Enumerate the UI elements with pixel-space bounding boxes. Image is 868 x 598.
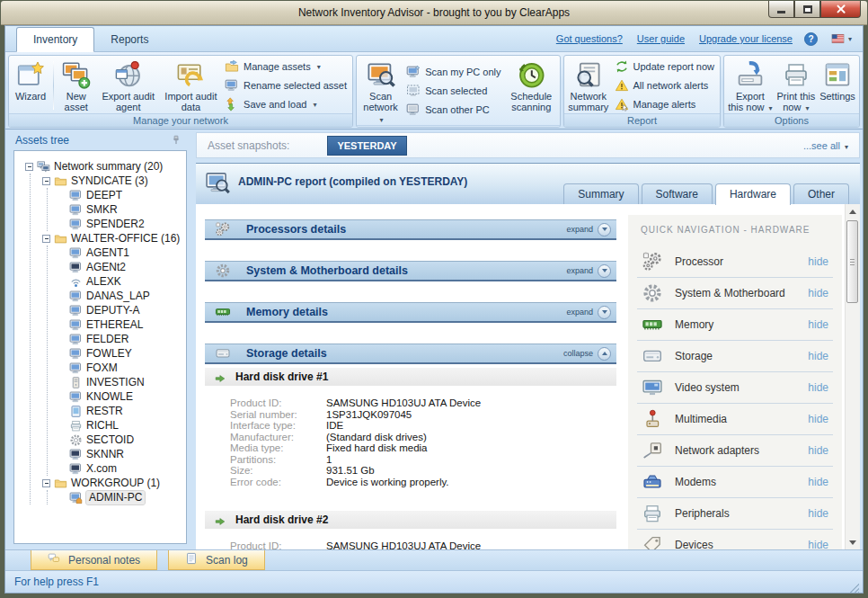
- import-audit-data-button[interactable]: Import audit data: [161, 58, 221, 113]
- tree-node-network-summary[interactable]: Network summary (20): [25, 159, 184, 174]
- tree-group[interactable]: WORKGROUP (1): [42, 476, 184, 490]
- scrollbar-thumb[interactable]: [846, 220, 858, 303]
- tree-item[interactable]: INVESTIGN: [69, 375, 184, 389]
- export-this-now-button[interactable]: Export this now: [726, 58, 775, 113]
- tree-item[interactable]: RESTR: [69, 404, 184, 418]
- network-summary-button[interactable]: Network summary: [566, 58, 611, 113]
- tree-item[interactable]: SECTOID: [69, 433, 184, 447]
- tree-item[interactable]: ADMIN-PC: [69, 490, 184, 504]
- tree-item[interactable]: FOXM: [69, 361, 184, 375]
- hide-link[interactable]: hide: [808, 287, 828, 299]
- scan-my-pc-button[interactable]: Scan my PC only: [406, 65, 500, 80]
- wizard-button[interactable]: Wizard: [11, 58, 50, 113]
- quick-nav-item[interactable]: System & Motherboardhide: [637, 278, 833, 309]
- pin-icon[interactable]: [171, 135, 182, 146]
- expander-icon[interactable]: [42, 177, 50, 185]
- section-system-motherboard[interactable]: System & Motherboard details expand: [205, 261, 616, 281]
- personal-notes-tab[interactable]: Personal notes: [31, 550, 157, 570]
- all-network-alerts-button[interactable]: All network alerts: [615, 78, 715, 94]
- tab-software[interactable]: Software: [642, 183, 713, 204]
- close-button[interactable]: [820, 1, 861, 18]
- rename-asset-button[interactable]: Rename selected asset: [225, 78, 347, 94]
- link-upgrade-license[interactable]: Upgrade your license: [699, 33, 793, 44]
- quick-nav-item[interactable]: Video systemhide: [637, 372, 833, 404]
- link-user-guide[interactable]: User guide: [637, 33, 685, 44]
- tree-item[interactable]: ETHEREAL: [69, 317, 184, 332]
- expand-button[interactable]: [598, 306, 611, 319]
- scan-log-tab[interactable]: Scan log: [168, 550, 265, 570]
- scroll-up-button[interactable]: [846, 204, 860, 219]
- minimize-button[interactable]: [768, 1, 794, 18]
- quick-nav-item[interactable]: Storagehide: [637, 341, 833, 372]
- new-asset-button[interactable]: New asset: [57, 58, 96, 113]
- collapse-button[interactable]: [598, 347, 611, 361]
- see-all-link[interactable]: ...see all: [803, 140, 848, 151]
- schedule-scanning-button[interactable]: Schedule scanning: [505, 58, 558, 125]
- hdd-header[interactable]: Hard disk drive #2: [205, 511, 616, 529]
- link-got-questions[interactable]: Got questions?: [556, 33, 623, 44]
- scan-selected-button[interactable]: Scan selected: [406, 84, 500, 99]
- tree-item[interactable]: SKNNR: [69, 447, 184, 461]
- section-storage[interactable]: Storage details collapse: [205, 344, 616, 364]
- tree-item[interactable]: ALEXK: [69, 274, 184, 289]
- update-report-button[interactable]: Update report now: [615, 59, 715, 75]
- quick-nav-item[interactable]: Peripheralshide: [637, 498, 833, 530]
- tree-item[interactable]: X.com: [69, 461, 184, 476]
- help-icon[interactable]: ?: [803, 31, 819, 47]
- tab-inventory[interactable]: Inventory: [16, 27, 94, 52]
- hide-link[interactable]: hide: [808, 255, 828, 268]
- snapshot-yesterday-button[interactable]: YESTERDAY: [327, 136, 406, 156]
- tree-item[interactable]: DEPUTY-A: [69, 303, 184, 317]
- titlebar[interactable]: Network Inventory Advisor - brought to y…: [1, 1, 867, 25]
- tab-other[interactable]: Other: [793, 183, 849, 204]
- tree-item[interactable]: AGENt2: [69, 260, 184, 274]
- scan-network-button[interactable]: Scan network: [359, 58, 403, 125]
- hide-link[interactable]: hide: [808, 476, 828, 488]
- section-memory[interactable]: Memory details expand: [205, 302, 616, 323]
- vertical-scrollbar[interactable]: [845, 204, 860, 549]
- tab-reports[interactable]: Reports: [94, 28, 164, 51]
- tab-hardware[interactable]: Hardware: [715, 183, 791, 205]
- section-processors[interactable]: Processors details expand: [205, 219, 616, 240]
- tree-item[interactable]: DEEPT: [69, 188, 184, 202]
- hide-link[interactable]: hide: [808, 318, 828, 331]
- tree-item[interactable]: KNOWLE: [69, 389, 184, 404]
- quick-nav-item[interactable]: Processorhide: [637, 246, 833, 278]
- hdd-header[interactable]: Hard disk drive #1: [205, 368, 616, 386]
- hide-link[interactable]: hide: [808, 350, 828, 362]
- hide-link[interactable]: hide: [808, 539, 828, 549]
- tree-item[interactable]: SMKR: [69, 202, 184, 217]
- tree-item[interactable]: RICHL: [69, 418, 184, 433]
- expander-icon[interactable]: [42, 479, 50, 487]
- maximize-button[interactable]: [794, 1, 820, 18]
- tree-item[interactable]: AGENT1: [69, 245, 184, 260]
- manage-alerts-button[interactable]: Manage alerts: [615, 97, 715, 112]
- quick-nav-item[interactable]: Modemshide: [637, 467, 833, 498]
- tree-item[interactable]: FELDER: [69, 332, 184, 346]
- expand-button[interactable]: [598, 223, 611, 237]
- tab-summary[interactable]: Summary: [563, 183, 638, 204]
- quick-nav-item[interactable]: Deviceshide: [637, 530, 833, 549]
- expand-button[interactable]: [598, 264, 611, 278]
- tree-item[interactable]: DANAS_LAP: [69, 289, 184, 303]
- hide-link[interactable]: hide: [808, 413, 828, 425]
- quick-nav-item[interactable]: Memoryhide: [637, 309, 833, 341]
- save-and-load-button[interactable]: Save and load: [225, 97, 347, 112]
- quick-nav-item[interactable]: Network adaptershide: [637, 435, 833, 467]
- expander-icon[interactable]: [42, 235, 50, 243]
- hide-link[interactable]: hide: [808, 507, 828, 520]
- settings-button[interactable]: Settings: [818, 58, 857, 113]
- tree-group[interactable]: SYNDICATE (3): [42, 174, 184, 188]
- tree-group[interactable]: WALTER-OFFICE (16): [42, 231, 184, 245]
- quick-nav-item[interactable]: Multimediahide: [637, 404, 833, 435]
- hide-link[interactable]: hide: [808, 381, 828, 394]
- scroll-down-button[interactable]: [846, 535, 860, 549]
- tree-item[interactable]: FOWLEY: [69, 346, 184, 361]
- print-this-now-button[interactable]: Print this now: [775, 58, 818, 113]
- language-selector[interactable]: [829, 32, 852, 45]
- tree-item[interactable]: SPENDER2: [69, 217, 184, 231]
- resize-grip[interactable]: [849, 583, 859, 593]
- manage-assets-button[interactable]: Manage assets: [225, 59, 347, 75]
- hide-link[interactable]: hide: [808, 444, 828, 457]
- scan-other-pc-button[interactable]: Scan other PC: [406, 103, 500, 118]
